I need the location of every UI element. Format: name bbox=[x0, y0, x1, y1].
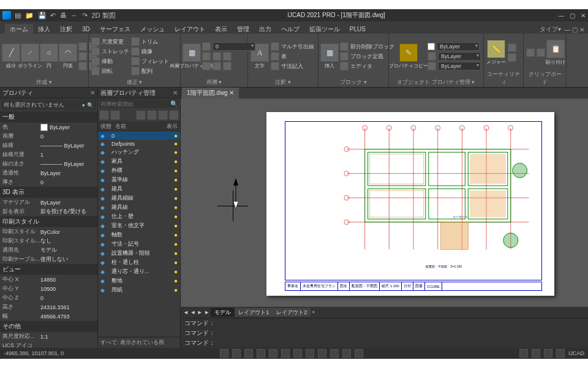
ribbon-tab[interactable]: メッシュ bbox=[135, 24, 170, 34]
annot-button[interactable]: 表 bbox=[271, 52, 314, 61]
layer-row[interactable]: ◆敷地● bbox=[98, 276, 180, 285]
layer-row[interactable]: ◆通り芯・通り...● bbox=[98, 267, 180, 276]
bulb-icon[interactable]: ● bbox=[174, 132, 178, 139]
layer-row[interactable]: ◆建具● bbox=[98, 184, 180, 193]
ribbon-tab[interactable]: 管理 bbox=[232, 24, 254, 34]
bulb-icon[interactable]: ● bbox=[174, 259, 178, 266]
bulb-icon[interactable]: ● bbox=[174, 287, 178, 293]
layer-tool-icon[interactable] bbox=[223, 62, 232, 70]
prop-row[interactable]: 印刷スタイル...なし bbox=[0, 236, 97, 246]
matchprop-button[interactable]: ✎プロパティコピー bbox=[391, 43, 426, 69]
layer-properties-button[interactable]: ▦ 画層プロパティ管理 bbox=[183, 43, 200, 69]
ribbon-tab[interactable]: レイアウト bbox=[170, 24, 210, 34]
status-toggle[interactable] bbox=[544, 349, 552, 358]
ribbon-restore-icon[interactable]: ▢ bbox=[572, 26, 578, 33]
layer-row[interactable]: ◆ハッチング● bbox=[98, 148, 180, 157]
edit-移動-button[interactable]: 移動 bbox=[91, 57, 129, 66]
ribbon-tab[interactable]: ホーム bbox=[5, 24, 33, 34]
layer-tool-icon[interactable] bbox=[202, 62, 211, 70]
status-toggle[interactable] bbox=[342, 349, 351, 358]
prop-group-header[interactable]: その他 bbox=[0, 321, 97, 332]
minimize-button[interactable]: — bbox=[558, 12, 564, 19]
layer-row[interactable]: ◆軸数● bbox=[98, 230, 180, 239]
layer-tool-icon[interactable] bbox=[110, 110, 120, 120]
status-toggle[interactable] bbox=[519, 349, 528, 358]
clip-icon[interactable] bbox=[537, 48, 545, 57]
ribbon-tab[interactable]: PLUS bbox=[345, 24, 371, 34]
layer-tool-icon[interactable] bbox=[213, 62, 221, 70]
status-toggle[interactable] bbox=[269, 349, 277, 358]
block-button[interactable]: ブロック定義 bbox=[340, 52, 394, 61]
layout-tab[interactable]: レイアウト2 bbox=[273, 308, 311, 317]
prop-row[interactable]: 色ByLayer bbox=[0, 122, 97, 132]
prop-row[interactable]: 線種尺度1 bbox=[0, 150, 97, 159]
ribbon-tab[interactable]: 挿入 bbox=[33, 24, 55, 34]
draw-円-button[interactable]: ○円 bbox=[40, 43, 58, 69]
draw-円弧-button[interactable]: ◠円弧 bbox=[59, 43, 77, 69]
panel-close-icon[interactable]: ✕ bbox=[90, 89, 95, 96]
prop-combo[interactable]: ByLayer bbox=[428, 52, 481, 61]
annot-button[interactable]: 寸法記入 bbox=[271, 62, 314, 70]
ribbon-tab[interactable]: サーフェス bbox=[95, 24, 135, 34]
bulb-icon[interactable]: ● bbox=[174, 213, 178, 220]
status-toggle[interactable] bbox=[257, 349, 265, 358]
ribbon-tab[interactable]: 注釈 bbox=[55, 24, 77, 34]
edit-回転-button[interactable]: 回転 bbox=[91, 67, 129, 75]
prop-row[interactable]: 中心 X14850 bbox=[0, 275, 97, 284]
layer-row[interactable]: ◆室名・他文字● bbox=[98, 221, 180, 230]
prop-row[interactable]: 線種———— ByLayer bbox=[0, 141, 97, 150]
annot-button[interactable]: マルチ引出線 bbox=[271, 42, 314, 51]
layer-row[interactable]: ◆建具線● bbox=[98, 203, 180, 212]
prop-row[interactable]: 中心 Y10500 bbox=[0, 284, 97, 293]
bulb-icon[interactable]: ● bbox=[174, 176, 178, 183]
prop-row[interactable]: 画層0 bbox=[0, 132, 97, 141]
status-toggle[interactable] bbox=[232, 349, 241, 358]
bulb-icon[interactable]: ● bbox=[174, 222, 178, 229]
search-icon[interactable]: 🔍 bbox=[170, 100, 178, 107]
layer-search[interactable]: 🔍 bbox=[99, 100, 179, 108]
ribbon-tab[interactable]: ヘルプ bbox=[276, 24, 304, 34]
status-toggle[interactable] bbox=[355, 349, 363, 358]
layout-tab[interactable]: モデル bbox=[211, 308, 235, 317]
ribbon-tab[interactable]: 拡張ツール bbox=[304, 24, 345, 34]
status-toggle[interactable] bbox=[281, 349, 290, 358]
bulb-icon[interactable]: ● bbox=[174, 231, 178, 238]
prop-row[interactable]: 適用先モデル bbox=[0, 246, 97, 255]
type-menu[interactable]: タイプ▾ bbox=[540, 25, 561, 34]
prop-row[interactable]: 中心 Z0 bbox=[0, 293, 97, 302]
prop-combo[interactable]: ByLayer bbox=[428, 42, 481, 51]
edit-トリム-button[interactable]: トリム bbox=[131, 37, 169, 46]
maximize-button[interactable]: ▢ bbox=[570, 12, 575, 19]
layer-row[interactable]: ◆外構● bbox=[98, 166, 180, 175]
block-button[interactable]: 部分削除ブロック bbox=[340, 42, 394, 51]
prop-group-header[interactable]: 一般 bbox=[0, 111, 97, 122]
layer-row[interactable]: ◆基準線● bbox=[98, 175, 180, 184]
layer-tool-icon[interactable] bbox=[169, 110, 179, 120]
bulb-icon[interactable]: ● bbox=[174, 140, 178, 147]
bulb-icon[interactable]: ● bbox=[174, 195, 178, 201]
status-toggle[interactable] bbox=[306, 349, 314, 358]
edit-配列-button[interactable]: 配列 bbox=[131, 67, 169, 75]
ribbon-tab[interactable]: 3D bbox=[77, 24, 95, 34]
clip-icon[interactable] bbox=[526, 48, 535, 57]
selection-combo[interactable]: 何も選択されていません▾ 🔍 bbox=[1, 100, 96, 110]
prop-row[interactable]: 印刷テーブル...使用しない bbox=[0, 255, 97, 264]
block-button[interactable]: エディタ bbox=[340, 62, 394, 70]
util-icon[interactable] bbox=[508, 53, 516, 62]
prop-row[interactable]: UCS アイコン...はい bbox=[0, 341, 97, 348]
ribbon-tab[interactable]: 表示 bbox=[210, 24, 232, 34]
util-icon[interactable] bbox=[508, 43, 516, 52]
prop-row[interactable]: 線の太さ———— ByLayer bbox=[0, 159, 97, 168]
draw-tool-icon[interactable] bbox=[78, 62, 87, 70]
layer-row[interactable]: ◆家具● bbox=[98, 157, 180, 166]
panel-close-icon[interactable]: ✕ bbox=[173, 89, 178, 96]
prop-combo[interactable]: ByLayer bbox=[428, 62, 481, 70]
edit-フィレット-button[interactable]: フィレット bbox=[131, 57, 169, 66]
bulb-icon[interactable]: ● bbox=[174, 268, 178, 275]
layout-add[interactable]: + bbox=[312, 309, 315, 315]
workspace-label[interactable]: 2D 製図 bbox=[91, 12, 115, 19]
print-icon[interactable]: 🖶 bbox=[60, 12, 67, 19]
bulb-icon[interactable]: ● bbox=[174, 186, 178, 192]
paste-button[interactable]: 📋貼り付け bbox=[547, 40, 564, 66]
ribbon-min-icon[interactable]: — bbox=[564, 26, 570, 33]
